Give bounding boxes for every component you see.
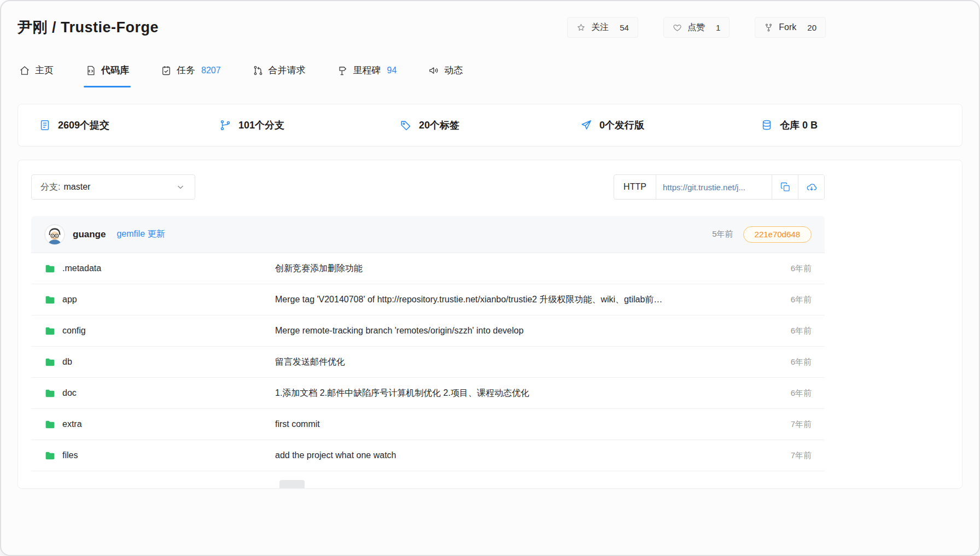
stat-releases-label: 0个发行版 — [599, 119, 644, 132]
tag-icon — [400, 119, 412, 131]
header-actions: 关注 54 点赞 1 Fork 20 — [567, 17, 826, 38]
table-row: doc 1.添加文档 2.邮件中缺陷序号计算机制优化 2.项目、课程动态优化 6… — [31, 378, 825, 409]
file-commit-message[interactable]: Merge tag 'V20140708' of http://reposito… — [275, 294, 778, 306]
watch-count: 54 — [620, 23, 629, 32]
file-commit-message[interactable]: 创新竞赛添加删除功能 — [275, 263, 778, 274]
fork-count: 20 — [807, 23, 816, 32]
stat-tags-label: 20个标签 — [419, 119, 459, 132]
file-commit-time: 7年前 — [791, 450, 812, 461]
file-name-cell[interactable]: db — [44, 356, 275, 368]
tab-issues[interactable]: 任务 8207 — [159, 64, 223, 90]
file-name: extra — [62, 419, 82, 429]
file-name: .metadata — [62, 264, 101, 273]
commits-icon — [39, 119, 51, 131]
cloud-download-icon — [806, 182, 817, 192]
clone-url-input[interactable]: https://git.trustie.net/j... — [656, 175, 772, 199]
table-row: extra first commit 7年前 — [31, 409, 825, 440]
release-icon — [580, 119, 592, 131]
tab-milestones-badge: 94 — [387, 66, 397, 75]
file-name: config — [62, 326, 86, 336]
folder-icon — [44, 419, 56, 430]
tab-activity-label: 动态 — [444, 64, 463, 77]
file-name-cell[interactable]: app — [44, 294, 275, 306]
avatar[interactable] — [44, 224, 65, 245]
branch-selector[interactable]: 分支: master — [31, 174, 195, 200]
clone-url-group: HTTP https://git.trustie.net/j... — [614, 174, 825, 200]
stat-commits[interactable]: 2609个提交 — [39, 119, 219, 132]
file-commit-time: 6年前 — [791, 326, 812, 336]
stat-tags[interactable]: 20个标签 — [400, 119, 580, 132]
clipped-content-placeholder — [279, 480, 305, 489]
tab-home-label: 主页 — [35, 64, 54, 77]
heart-icon — [673, 23, 682, 32]
repo-tabs: 主页 代码库 任务 8207 合并请求 里程碑 94 动态 — [1, 44, 979, 90]
milestone-icon — [337, 65, 348, 76]
folder-icon — [44, 356, 56, 368]
home-icon — [19, 65, 30, 76]
table-row: files add the project what one watch 7年前 — [31, 440, 825, 471]
file-name: files — [62, 450, 78, 460]
folder-icon — [44, 388, 56, 399]
file-name: doc — [62, 388, 77, 398]
branch-icon — [219, 119, 231, 131]
tab-milestones-label: 里程碑 — [353, 64, 381, 77]
table-row: app Merge tag 'V20140708' of http://repo… — [31, 284, 825, 315]
clone-protocol-button[interactable]: HTTP — [614, 175, 656, 199]
file-name-cell[interactable]: files — [44, 450, 275, 461]
praise-count: 1 — [716, 23, 720, 32]
table-row: db 留言发送邮件优化 6年前 — [31, 347, 825, 378]
file-commit-message[interactable]: add the project what one watch — [275, 450, 778, 460]
tab-code-label: 代码库 — [101, 64, 129, 77]
stat-releases[interactable]: 0个发行版 — [580, 119, 761, 132]
commit-message-link[interactable]: gemfile 更新 — [116, 229, 165, 240]
tab-code[interactable]: 代码库 — [84, 64, 131, 90]
file-name-cell[interactable]: .metadata — [44, 263, 275, 274]
table-row: .metadata 创新竞赛添加删除功能 6年前 — [31, 253, 825, 284]
file-name-cell[interactable]: config — [44, 325, 275, 337]
latest-commit-row: guange gemfile 更新 5年前 221e70d648 — [31, 216, 825, 253]
table-row-clipped — [31, 471, 825, 489]
praise-label: 点赞 — [687, 22, 705, 33]
praise-button[interactable]: 点赞 1 — [663, 17, 730, 38]
page-title: 尹刚 / Trustie-Forge — [18, 17, 159, 37]
tab-pulls[interactable]: 合并请求 — [251, 64, 307, 90]
file-commit-message[interactable]: first commit — [275, 419, 778, 429]
commit-hash-badge[interactable]: 221e70d648 — [743, 226, 812, 243]
file-commit-message[interactable]: 1.添加文档 2.邮件中缺陷序号计算机制优化 2.项目、课程动态优化 — [275, 388, 778, 399]
watch-button[interactable]: 关注 54 — [567, 17, 638, 38]
repo-stats-bar: 2609个提交 101个分支 20个标签 0个发行版 仓库 0 B — [18, 104, 962, 147]
folder-icon — [44, 450, 56, 461]
merge-request-icon — [253, 65, 264, 76]
stat-repo-size[interactable]: 仓库 0 B — [761, 119, 818, 132]
tab-milestones[interactable]: 里程碑 94 — [336, 64, 399, 90]
file-commit-message[interactable]: Merge remote-tracking branch 'remotes/or… — [275, 326, 778, 336]
repo-header: 尹刚 / Trustie-Forge 关注 54 点赞 1 Fork 20 — [1, 1, 979, 44]
file-commit-time: 6年前 — [791, 357, 812, 367]
fork-icon — [764, 23, 773, 32]
stat-branches-label: 101个分支 — [238, 119, 284, 132]
file-name: app — [62, 295, 77, 305]
activity-icon — [428, 65, 439, 76]
repo-toolbar: 分支: master HTTP https://git.trustie.net/… — [31, 174, 825, 200]
chevron-down-icon — [175, 182, 186, 192]
tab-issues-badge: 8207 — [201, 66, 221, 75]
tab-home[interactable]: 主页 — [18, 64, 55, 90]
tab-pulls-label: 合并请求 — [269, 64, 306, 77]
stat-commits-label: 2609个提交 — [58, 119, 109, 132]
file-commit-message[interactable]: 留言发送邮件优化 — [275, 356, 778, 368]
stat-branches[interactable]: 101个分支 — [219, 119, 400, 132]
commit-author[interactable]: guange — [73, 229, 106, 240]
file-name: db — [62, 357, 72, 367]
file-name-cell[interactable]: extra — [44, 419, 275, 430]
file-name-cell[interactable]: doc — [44, 388, 275, 399]
tab-activity[interactable]: 动态 — [427, 64, 464, 90]
tab-issues-label: 任务 — [177, 64, 195, 77]
copy-icon — [780, 182, 791, 192]
fork-button[interactable]: Fork 20 — [755, 17, 826, 38]
avatar-image — [45, 225, 65, 244]
folder-icon — [44, 263, 56, 274]
copy-url-button[interactable] — [772, 175, 798, 199]
folder-icon — [44, 325, 56, 337]
folder-icon — [44, 294, 56, 306]
download-button[interactable] — [798, 175, 824, 199]
